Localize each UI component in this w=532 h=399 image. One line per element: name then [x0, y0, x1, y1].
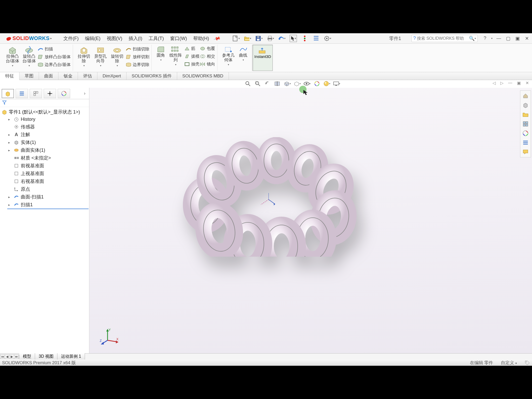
view-orientation-icon[interactable]: ▾: [284, 80, 291, 87]
tree-root[interactable]: 零件1 (默认<<默认>_显示状态 1>): [1, 108, 89, 116]
rebuild-icon[interactable]: [301, 35, 308, 42]
fm-tab-config[interactable]: [30, 89, 42, 98]
taskpane-design-library-icon[interactable]: [521, 101, 530, 109]
tree-surface-bodies[interactable]: ▸曲面实体(1): [7, 146, 89, 154]
tree-solid-bodies[interactable]: ▸实体(1): [7, 138, 89, 146]
doc-restore-icon[interactable]: ▣: [517, 81, 521, 85]
tab-mbd[interactable]: SOLIDWORKS MBD: [177, 72, 229, 80]
tree-top-plane[interactable]: 上视基准面: [7, 170, 89, 177]
orientation-triad[interactable]: Y X Z: [100, 327, 121, 345]
zoom-area-icon[interactable]: [254, 80, 261, 87]
menu-file[interactable]: 文件(F): [63, 35, 79, 42]
fm-filter-bar[interactable]: [0, 99, 89, 107]
minimize-button[interactable]: —: [496, 35, 502, 42]
options-icon[interactable]: [312, 35, 320, 42]
tree-front-plane[interactable]: 前视基准面: [7, 162, 89, 170]
fm-tab-design-tree[interactable]: [2, 89, 14, 98]
menu-tools[interactable]: 工具(T): [149, 35, 164, 42]
boundary-button[interactable]: 边界凸台/基体: [37, 62, 71, 68]
menu-window[interactable]: 窗口(W): [170, 35, 187, 42]
revolve-cut-button[interactable]: 旋转切除▾: [109, 45, 125, 69]
fm-tab-property[interactable]: [16, 89, 28, 98]
tab-sheet-metal[interactable]: 钣金: [58, 72, 78, 80]
taskpane-file-explorer-icon[interactable]: [521, 110, 530, 119]
tree-right-plane[interactable]: 右视基准面: [7, 177, 89, 185]
tab-dimxpert[interactable]: DimXpert: [97, 72, 127, 80]
tab-sketch[interactable]: 草图: [19, 72, 39, 80]
bottom-tab-motion-study[interactable]: 运动算例 1: [57, 353, 85, 360]
tab-surface[interactable]: 曲面: [39, 72, 58, 80]
restore-button[interactable]: ▢: [505, 35, 511, 42]
tree-surface-sweep[interactable]: ▸曲面-扫描1: [7, 193, 89, 201]
taskpane-home-icon[interactable]: [521, 92, 530, 100]
open-file-icon[interactable]: ▾: [244, 35, 251, 42]
instant3d-button[interactable]: Instant3D: [252, 45, 273, 71]
extrude-boss-button[interactable]: 拉伸凸台/基体▾: [4, 45, 21, 69]
extrude-cut-button[interactable]: 拉伸切除▾: [76, 45, 92, 69]
search-box[interactable]: ? 🔍▾: [411, 35, 478, 42]
taskpane-appearances-icon[interactable]: [521, 129, 530, 137]
menu-help[interactable]: 帮助(H): [193, 35, 209, 42]
help-button[interactable]: ?: [482, 35, 488, 42]
apply-scene-icon[interactable]: ▾: [323, 80, 330, 87]
linear-pattern-button[interactable]: 线性阵列▾: [167, 45, 184, 68]
undo-icon[interactable]: ▾: [278, 35, 285, 42]
revolve-boss-button[interactable]: 旋转凸台/基体▾: [21, 45, 37, 69]
select-icon[interactable]: ▾: [290, 35, 297, 42]
view-settings-icon[interactable]: ▾: [333, 80, 340, 87]
tab-evaluate[interactable]: 评估: [78, 72, 97, 80]
bottom-tab-3dview[interactable]: 3D 视图: [35, 353, 57, 360]
mirror-button[interactable]: 镜向: [200, 61, 215, 67]
maximize-button[interactable]: ▣: [514, 35, 521, 42]
tab-nav-buttons[interactable]: ⏮◀▶⏭: [0, 355, 19, 359]
search-input[interactable]: [417, 36, 469, 41]
curves-button[interactable]: 曲线▾: [237, 45, 250, 68]
save-icon[interactable]: ▾: [255, 35, 263, 42]
tree-sensors[interactable]: 传感器: [7, 123, 89, 131]
doc-minimize-icon[interactable]: —: [508, 81, 512, 85]
doc-next-icon[interactable]: ▷: [500, 81, 503, 85]
section-view-icon[interactable]: [274, 80, 281, 87]
tree-origin[interactable]: 原点: [7, 185, 89, 193]
menu-insert[interactable]: 插入(I): [129, 35, 142, 42]
menu-view[interactable]: 视图(V): [107, 35, 122, 42]
status-tag-icon[interactable]: [525, 360, 530, 365]
shell-button[interactable]: 抽壳: [184, 61, 200, 67]
loft-button[interactable]: 放样凸台/基体: [37, 54, 71, 60]
fm-tab-display[interactable]: [58, 89, 70, 98]
reference-geometry-button[interactable]: 参考几何体▾: [220, 45, 237, 68]
bottom-tab-model[interactable]: 模型: [19, 353, 35, 360]
settings-icon[interactable]: ▾: [324, 35, 331, 42]
status-custom[interactable]: 自定义 ▾: [501, 360, 517, 366]
tree-annotations[interactable]: ▸A注解: [7, 131, 89, 138]
tab-features[interactable]: 特征: [0, 72, 19, 80]
taskpane-custom-properties-icon[interactable]: [521, 138, 530, 147]
tree-sweep1[interactable]: ▸扫描1: [7, 201, 89, 209]
loft-cut-button[interactable]: 放样切割: [125, 54, 149, 60]
wrap-button[interactable]: 包覆: [200, 45, 215, 52]
boundary-cut-button[interactable]: 边界切除: [125, 62, 149, 68]
tree-material[interactable]: 材质 <未指定>: [7, 154, 89, 162]
zoom-fit-icon[interactable]: [244, 80, 251, 87]
taskpane-view-palette-icon[interactable]: [521, 120, 530, 128]
close-button[interactable]: ✕: [524, 35, 530, 42]
sweep-cut-button[interactable]: 扫描切除: [125, 46, 149, 52]
print-icon[interactable]: ▾: [267, 35, 274, 42]
rib-button[interactable]: 筋: [184, 45, 200, 52]
pin-icon[interactable]: 📌: [213, 34, 221, 42]
hole-wizard-button[interactable]: 异型孔向导▾: [92, 45, 109, 69]
intersect-button[interactable]: 相交: [200, 53, 215, 59]
fm-expand-icon[interactable]: ›: [82, 91, 88, 96]
fillet-button[interactable]: 圆角▾: [154, 45, 167, 68]
sweep-button[interactable]: 扫描: [37, 46, 71, 52]
edit-appearance-icon[interactable]: [313, 80, 321, 87]
doc-close-icon[interactable]: ✕: [526, 81, 529, 85]
taskpane-forum-icon[interactable]: [521, 148, 530, 156]
graphics-viewport[interactable]: Y X Z: [89, 88, 532, 353]
tree-history[interactable]: ▸History: [7, 116, 89, 123]
new-file-icon[interactable]: ▾: [232, 35, 240, 42]
fm-tab-dimxpert[interactable]: [44, 89, 56, 98]
tab-addins[interactable]: SOLIDWORKS 插件: [127, 72, 177, 80]
menu-edit[interactable]: 编辑(E): [85, 35, 101, 42]
previous-view-icon[interactable]: [264, 80, 271, 87]
